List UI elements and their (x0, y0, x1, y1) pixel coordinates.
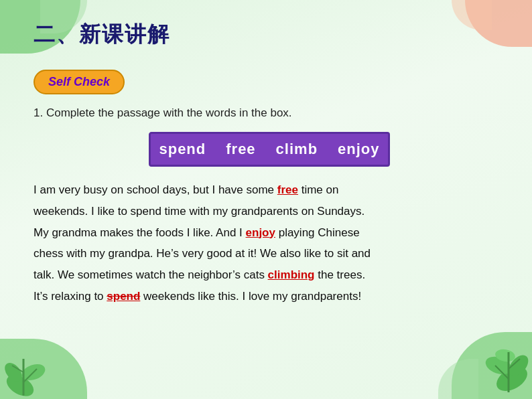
word-free: free (277, 183, 298, 196)
passage-line-2: weekends. I like to spend time with my g… (34, 202, 503, 222)
self-check-badge: Self Check (34, 70, 125, 94)
word-box-climb: climb (276, 141, 318, 158)
background: 二、新课讲解 Self Check 1. Complete the passag… (0, 0, 532, 399)
passage-line-3: My grandma makes the foods I like. And I… (34, 223, 503, 243)
passage: I am very busy on school days, but I hav… (34, 180, 503, 307)
word-box: spend free climb enjoy (149, 132, 390, 167)
passage-line-1: I am very busy on school days, but I hav… (34, 180, 503, 200)
word-box-enjoy: enjoy (338, 141, 379, 158)
page-title: 二、新课讲解 (34, 20, 505, 50)
passage-line-4: chess with my grandpa. He’s very good at… (34, 244, 503, 264)
passage-line-6: It’s relaxing to spend weekends like thi… (34, 287, 503, 307)
main-content: 二、新课讲解 Self Check 1. Complete the passag… (0, 0, 532, 399)
passage-line-5: talk. We sometimes watch the neighbor’s … (34, 265, 503, 285)
instruction: 1. Complete the passage with the words i… (34, 106, 505, 120)
word-enjoy: enjoy (246, 226, 275, 239)
word-climbing: climbing (268, 268, 315, 281)
word-box-spend: spend (159, 141, 206, 158)
word-spend: spend (107, 290, 140, 303)
word-box-free: free (226, 141, 255, 158)
